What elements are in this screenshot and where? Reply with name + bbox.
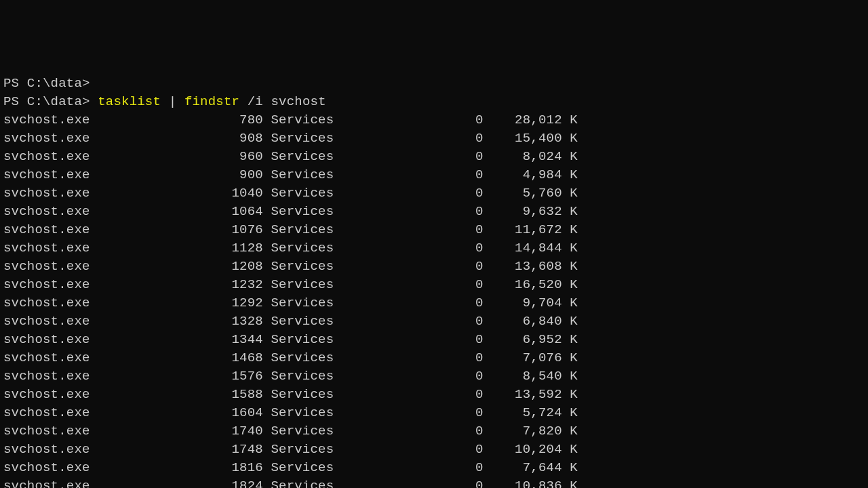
prompt-path: C:\data [27, 76, 82, 91]
process-row: svchost.exe 1208 Services 0 13,608 K [3, 258, 865, 276]
process-row: svchost.exe 1344 Services 0 6,952 K [3, 331, 865, 349]
prompt-prefix: PS [3, 94, 27, 109]
process-row: svchost.exe 1064 Services 0 9,632 K [3, 203, 865, 221]
process-row: svchost.exe 960 Services 0 8,024 K [3, 148, 865, 166]
pipe-operator: | [161, 94, 184, 109]
process-row: svchost.exe 1588 Services 0 13,592 K [3, 386, 865, 404]
process-row: svchost.exe 1748 Services 0 10,204 K [3, 441, 865, 459]
process-row: svchost.exe 1076 Services 0 11,672 K [3, 221, 865, 239]
command-findstr: findstr [184, 94, 239, 109]
process-row: svchost.exe 1816 Services 0 7,644 K [3, 459, 865, 477]
process-row: svchost.exe 1040 Services 0 5,760 K [3, 184, 865, 203]
process-row: svchost.exe 1328 Services 0 6,840 K [3, 312, 865, 331]
process-row: svchost.exe 1128 Services 0 14,844 K [3, 239, 865, 258]
process-row: svchost.exe 1604 Services 0 5,724 K [3, 404, 865, 422]
process-row: svchost.exe 1232 Services 0 16,520 K [3, 276, 865, 294]
process-row: svchost.exe 780 Services 0 28,012 K [3, 111, 865, 129]
process-row: svchost.exe 908 Services 0 15,400 K [3, 129, 865, 148]
command-args: /i svchost [239, 94, 326, 109]
process-row: svchost.exe 1292 Services 0 9,704 K [3, 294, 865, 312]
prompt-prefix: PS [3, 76, 27, 91]
prompt-suffix: > [82, 76, 90, 91]
prompt-line-command: PS C:\data> tasklist | findstr /i svchos… [3, 93, 865, 111]
prompt-suffix: > [82, 94, 90, 109]
command-tasklist: tasklist [98, 94, 161, 109]
process-row: svchost.exe 1824 Services 0 10,836 K [3, 477, 865, 488]
process-row: svchost.exe 1740 Services 0 7,820 K [3, 422, 865, 441]
process-row: svchost.exe 900 Services 0 4,984 K [3, 166, 865, 184]
process-row: svchost.exe 1576 Services 0 8,540 K [3, 367, 865, 386]
prompt-line-empty: PS C:\data> [3, 75, 865, 93]
prompt-path: C:\data [27, 94, 82, 109]
process-row: svchost.exe 1468 Services 0 7,076 K [3, 349, 865, 367]
powershell-terminal[interactable]: PS C:\data> PS C:\data> tasklist | finds… [3, 75, 865, 488]
